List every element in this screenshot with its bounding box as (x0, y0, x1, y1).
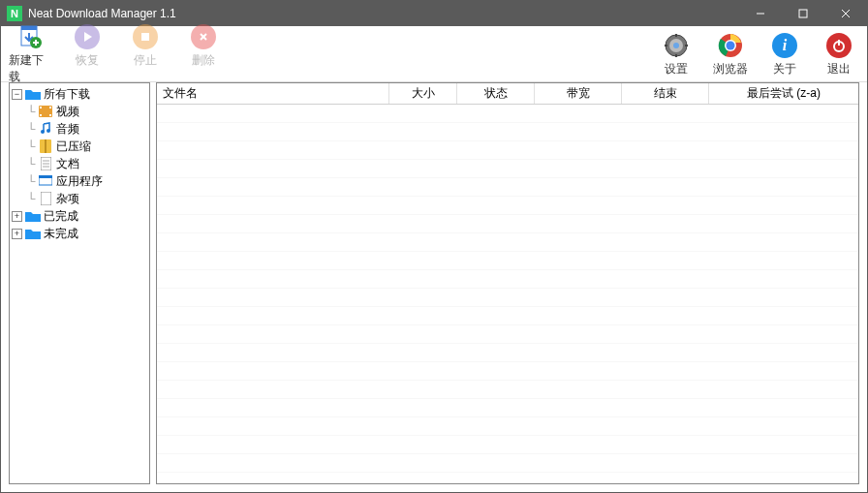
tree-label: 文档 (56, 156, 79, 172)
column-header-filename[interactable]: 文件名 (157, 83, 389, 104)
app-icon: N (7, 6, 22, 21)
resume-icon (73, 22, 102, 51)
close-button[interactable] (824, 1, 867, 26)
tree-label: 未完成 (44, 226, 78, 242)
stop-button[interactable]: 停止 (125, 22, 166, 85)
main-area: − 所有下载 └ 视频 └ 音频 └ 已压缩 └ 文档 (1, 82, 867, 492)
tree-video[interactable]: └ 视频 (12, 103, 147, 120)
download-list: 文件名 大小 状态 带宽 结束 最后尝试 (z-a) (156, 82, 859, 484)
column-header-end[interactable]: 结束 (622, 83, 709, 104)
collapse-icon[interactable]: − (12, 89, 22, 100)
tree-completed[interactable]: + 已完成 (12, 207, 147, 225)
column-header-last-attempt[interactable]: 最后尝试 (z-a) (709, 83, 858, 104)
stop-label: 停止 (134, 52, 157, 69)
stop-icon (131, 22, 160, 51)
column-header-status[interactable]: 状态 (457, 83, 535, 104)
tree-label: 杂项 (56, 191, 79, 207)
delete-button[interactable]: 删除 (183, 22, 224, 85)
expand-icon[interactable]: + (12, 211, 22, 222)
svg-rect-1 (799, 10, 807, 17)
tree-label: 应用程序 (56, 173, 103, 190)
svg-point-19 (727, 41, 735, 49)
about-button[interactable]: i 关于 (764, 31, 805, 77)
window-controls (739, 1, 867, 26)
category-tree[interactable]: − 所有下载 └ 视频 └ 音频 └ 已压缩 └ 文档 (9, 82, 150, 484)
svg-rect-37 (41, 192, 51, 205)
svg-rect-30 (45, 139, 46, 153)
app-window: N Neat Download Manager 1.1 新建下载 恢复 (0, 0, 868, 493)
svg-rect-5 (21, 26, 37, 30)
tree-label: 视频 (56, 104, 79, 120)
folder-icon (25, 87, 41, 101)
browser-button[interactable]: 浏览器 (710, 31, 751, 77)
window-title: Neat Download Manager 1.1 (28, 7, 739, 20)
tree-label: 已完成 (44, 208, 78, 225)
exit-button[interactable]: 退出 (819, 31, 859, 77)
exit-icon (824, 31, 853, 60)
delete-icon (189, 22, 218, 51)
about-label: 关于 (773, 61, 796, 77)
folder-icon (25, 209, 41, 223)
svg-rect-26 (49, 114, 51, 116)
new-download-label: 新建下载 (9, 52, 49, 85)
minimize-button[interactable] (739, 1, 782, 26)
document-icon (38, 157, 53, 170)
exit-label: 退出 (827, 61, 851, 77)
maximize-button[interactable] (782, 1, 824, 26)
toolbar: 新建下载 恢复 停止 删除 (1, 26, 867, 82)
svg-rect-24 (40, 114, 42, 116)
delete-label: 删除 (192, 52, 215, 69)
svg-rect-25 (49, 107, 51, 108)
application-icon (38, 174, 53, 188)
browser-label: 浏览器 (713, 61, 748, 77)
settings-button[interactable]: 设置 (656, 31, 697, 77)
svg-point-27 (41, 130, 45, 134)
new-download-icon (15, 22, 44, 51)
tree-all-downloads[interactable]: − 所有下载 (12, 85, 147, 103)
folder-icon (25, 227, 41, 240)
tree-audio[interactable]: └ 音频 (12, 120, 147, 138)
column-header-bandwidth[interactable]: 带宽 (535, 83, 622, 104)
tree-label: 已压缩 (56, 139, 91, 155)
tree-label: 所有下载 (44, 86, 90, 103)
resume-label: 恢复 (76, 52, 99, 69)
tree-document[interactable]: └ 文档 (12, 155, 147, 172)
browser-icon (716, 31, 745, 60)
svg-point-28 (46, 129, 50, 133)
svg-rect-23 (40, 107, 42, 108)
column-header-size[interactable]: 大小 (389, 83, 457, 104)
list-header: 文件名 大小 状态 带宽 结束 最后尝试 (z-a) (157, 83, 858, 105)
about-icon: i (770, 31, 799, 60)
settings-icon (662, 31, 691, 60)
settings-label: 设置 (665, 61, 688, 77)
tree-compressed[interactable]: └ 已压缩 (12, 138, 147, 155)
resume-button[interactable]: 恢复 (67, 22, 108, 85)
list-body[interactable] (157, 105, 858, 483)
new-download-button[interactable]: 新建下载 (9, 22, 49, 85)
svg-rect-36 (39, 175, 52, 178)
svg-point-12 (673, 43, 679, 48)
audio-icon (38, 122, 53, 136)
tree-incomplete[interactable]: + 未完成 (12, 225, 147, 242)
misc-icon (38, 192, 53, 205)
tree-label: 音频 (56, 121, 79, 138)
compressed-icon (38, 139, 53, 153)
tree-misc[interactable]: └ 杂项 (12, 190, 147, 207)
video-icon (38, 105, 53, 118)
tree-application[interactable]: └ 应用程序 (12, 172, 147, 190)
expand-icon[interactable]: + (12, 229, 22, 239)
svg-rect-7 (141, 33, 149, 41)
